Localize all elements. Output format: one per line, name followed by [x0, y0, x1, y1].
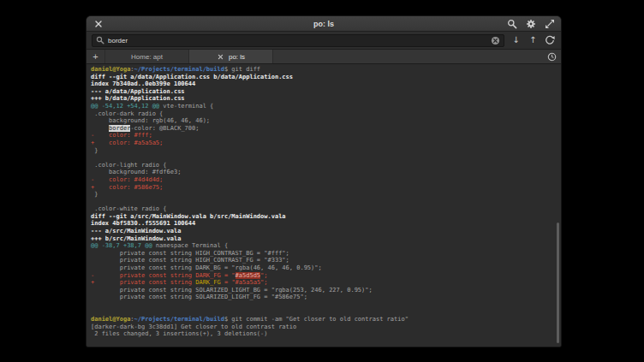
- cyclic-search-button[interactable]: [544, 34, 556, 47]
- scrollbar: [556, 66, 560, 345]
- terminal-line: private const string SOLARIZED_LIGHT_FG …: [91, 294, 554, 301]
- terminal-line: }: [91, 191, 554, 199]
- terminal-line: private const string HIGH_CONTRAST_BG = …: [91, 250, 554, 258]
- terminal-line: .color-white radio {: [91, 205, 554, 213]
- tab-home-apt[interactable]: Home: apt: [105, 50, 189, 63]
- terminal-line: + color: #586e75;: [91, 184, 554, 192]
- titlebar: po: ls: [86, 16, 561, 32]
- terminal-line: @@ -38,7 +38,7 @@ namespace Terminal {: [91, 242, 554, 250]
- terminal-line: private const string SOLARIZED_LIGHT_BG …: [91, 287, 554, 294]
- terminal-line: index 7b340ad..0eb399e 100644: [91, 80, 554, 88]
- terminal-line: daniel@Yoga:~/Projects/terminal/build$ g…: [91, 66, 554, 74]
- new-tab-button[interactable]: +: [86, 50, 105, 63]
- terminal-line: index 4bf5830..f555691 100644: [91, 220, 554, 228]
- tab-label: Home: apt: [131, 53, 163, 61]
- terminal-line: .color-light radio {: [91, 162, 554, 169]
- window-title: po: ls: [86, 20, 561, 28]
- terminal-line: + color: #a5a5a5;: [91, 139, 554, 147]
- terminal-line: .color-dark radio {: [91, 110, 554, 118]
- terminal-line: [91, 199, 554, 206]
- clear-icon[interactable]: [491, 36, 500, 45]
- terminal-line: }: [91, 147, 554, 155]
- terminal-line: - color: #fff;: [91, 132, 554, 139]
- terminal-line: [91, 301, 554, 309]
- search-toggle-button[interactable]: [506, 18, 517, 29]
- terminal-line: --- a/data/Application.css: [91, 88, 554, 96]
- tab-bar: + Home: apt po: ls: [86, 50, 561, 64]
- terminal-line: +++ b/src/MainWindow.vala: [91, 235, 554, 243]
- history-icon: [547, 52, 557, 62]
- tab-po-ls[interactable]: po: ls: [189, 50, 273, 63]
- terminal-line: [91, 309, 554, 317]
- terminal-window: po: ls: [86, 15, 562, 347]
- terminal-line: @@ -54,12 +54,12 @@ vte-terminal {: [91, 103, 554, 110]
- search-bar: ↓ ↑: [86, 32, 561, 50]
- fullscreen-icon: [545, 19, 555, 29]
- terminal-line: private const string HIGH_CONTRAST_FG = …: [91, 257, 554, 264]
- terminal-line: - color: #4d4d4d;: [91, 176, 554, 184]
- close-icon: [218, 54, 224, 60]
- search-input[interactable]: [108, 37, 487, 45]
- cyclic-search-icon: [545, 35, 555, 45]
- next-match-button[interactable]: ↓: [510, 34, 522, 47]
- terminal-output[interactable]: daniel@Yoga:~/Projects/terminal/build$ g…: [86, 64, 561, 347]
- tab-close-button[interactable]: [217, 53, 224, 61]
- terminal-line: background: rgb(46, 46, 46);: [91, 117, 554, 125]
- terminal-line: [91, 154, 554, 162]
- gear-icon: [526, 19, 536, 29]
- terminal-line: daniel@Yoga:~/Projects/terminal/build$ g…: [91, 316, 554, 323]
- search-field[interactable]: [92, 34, 504, 47]
- scrollbar-thumb[interactable]: [557, 223, 559, 343]
- tab-label: po: ls: [229, 53, 245, 61]
- terminal-line: background: #fdf6e3;: [91, 169, 554, 176]
- terminal-line: - private const string DARK_FG = "#a5d5d…: [91, 272, 554, 280]
- terminal-line: [darker-dark-bg 3c38dd1] Get closer to o…: [91, 323, 554, 331]
- previous-match-button[interactable]: ↑: [527, 34, 539, 47]
- search-icon: [96, 36, 104, 45]
- settings-button[interactable]: [525, 18, 536, 29]
- terminal-line: diff --git a/data/Application.css b/data…: [91, 74, 554, 81]
- terminal-line: --- a/src/MainWindow.vala: [91, 228, 554, 235]
- desktop: { "window": { "title": "po: ls" }, "titl…: [0, 0, 644, 362]
- search-icon: [507, 19, 517, 29]
- fullscreen-button[interactable]: [544, 18, 555, 29]
- tab-history-button[interactable]: [542, 50, 561, 63]
- terminal-line: border-color: @BLACK_700;: [91, 125, 554, 133]
- close-icon: [94, 20, 103, 28]
- terminal-line: +++ b/data/Application.css: [91, 95, 554, 103]
- terminal-line: diff --git a/src/MainWindow.vala b/src/M…: [91, 213, 554, 221]
- terminal-line: private const string DARK_BG = "rgba(46,…: [91, 264, 554, 272]
- next-match-icon: ↓: [512, 36, 519, 45]
- close-button[interactable]: [92, 18, 104, 29]
- terminal-line: 2 files changed, 3 insertions(+), 3 dele…: [91, 330, 554, 338]
- terminal-line: + private const string DARK_FG = "#a5a5a…: [91, 279, 554, 287]
- plus-icon: +: [92, 52, 98, 62]
- previous-match-icon: ↑: [529, 36, 536, 45]
